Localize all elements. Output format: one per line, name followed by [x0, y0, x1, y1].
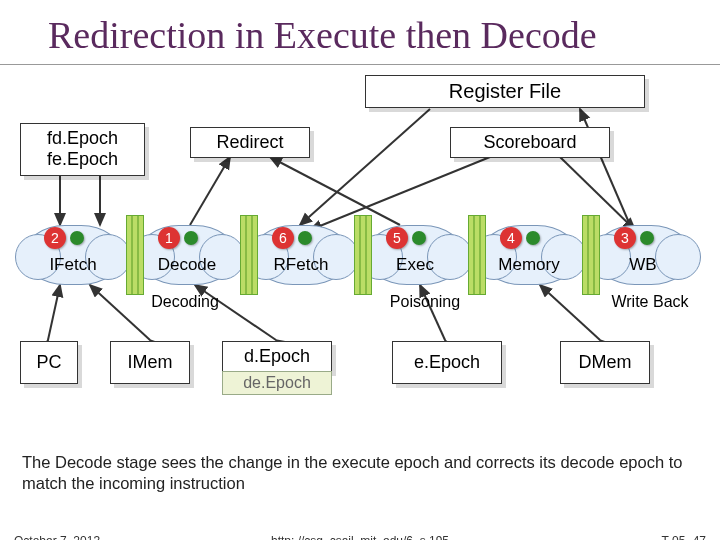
- footer-url: http: //csg. csail. mit. edu/6. s 195: [0, 534, 720, 540]
- svg-line-2: [190, 157, 230, 225]
- footer-slide: T 05 -47: [662, 534, 706, 540]
- stage-exec: 5Exec: [366, 225, 464, 285]
- slide-title: Redirection in Execute then Decode: [0, 0, 720, 65]
- sublabel: Poisoning: [360, 293, 490, 311]
- scoreboard-box: Scoreboard: [450, 127, 610, 158]
- d-epoch-label: d.Epoch: [222, 341, 332, 372]
- status-dot-icon: [412, 231, 426, 245]
- register-file-box: Register File: [365, 75, 645, 108]
- pc-box: PC: [20, 341, 78, 384]
- stage-badge: 4: [500, 227, 522, 249]
- stage-memory: 4Memory: [480, 225, 578, 285]
- e-epoch-box: e.Epoch: [392, 341, 502, 384]
- imem-box: IMem: [110, 341, 190, 384]
- status-dot-icon: [298, 231, 312, 245]
- stage-wb: 3WB: [594, 225, 692, 285]
- stage-ifetch: 2IFetch: [24, 225, 122, 285]
- status-dot-icon: [70, 231, 84, 245]
- sublabel: Decoding: [120, 293, 250, 311]
- svg-line-6: [310, 157, 490, 230]
- stage-badge: 3: [614, 227, 636, 249]
- svg-line-3: [270, 157, 400, 225]
- de-epoch-label: de.Epoch: [222, 371, 332, 395]
- stage-decode: 1Decode: [138, 225, 236, 285]
- epoch-box: fd.Epoch fe.Epoch: [20, 123, 145, 176]
- status-dot-icon: [184, 231, 198, 245]
- caption-text: The Decode stage sees the change in the …: [22, 452, 698, 493]
- dmem-box: DMem: [560, 341, 650, 384]
- stage-rfetch: 6RFetch: [252, 225, 350, 285]
- redirect-box: Redirect: [190, 127, 310, 158]
- stage-badge: 6: [272, 227, 294, 249]
- status-dot-icon: [640, 231, 654, 245]
- svg-line-4: [300, 109, 430, 225]
- d-epoch-box: d.Epoch de.Epoch: [222, 341, 332, 395]
- pipeline-diagram: Register File fd.Epoch fe.Epoch Redirect…: [0, 75, 720, 395]
- stage-badge: 5: [386, 227, 408, 249]
- sublabel: Write Back: [580, 293, 720, 311]
- stage-badge: 1: [158, 227, 180, 249]
- status-dot-icon: [526, 231, 540, 245]
- stage-badge: 2: [44, 227, 66, 249]
